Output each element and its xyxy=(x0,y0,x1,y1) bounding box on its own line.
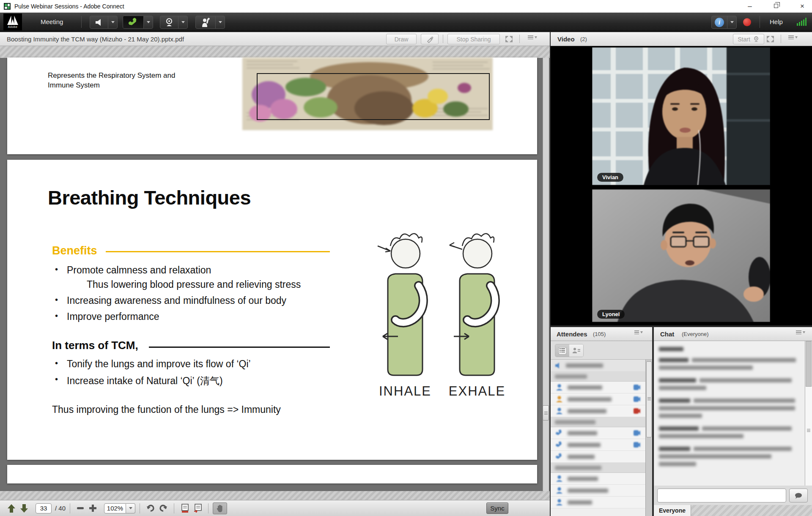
attendee-row[interactable] xyxy=(551,485,645,497)
exhale-figure-drawing xyxy=(445,227,509,379)
draw-button[interactable]: Draw xyxy=(386,34,417,44)
shared-document-title: Boosting Immunity the TCM way (Mizuho - … xyxy=(7,32,184,46)
attendee-row[interactable] xyxy=(551,451,645,463)
raise-hand-icon xyxy=(200,18,211,27)
chat-pod-menu-button[interactable] xyxy=(796,330,805,334)
help-menu[interactable]: Help xyxy=(770,13,783,31)
chevron-down-icon xyxy=(219,21,222,23)
fit-width-button[interactable] xyxy=(191,502,204,514)
benefit-bullet: Improve performance xyxy=(67,311,159,322)
pod-menu-icon xyxy=(796,330,801,334)
speaker-dropdown[interactable] xyxy=(108,16,117,28)
fit-width-icon xyxy=(194,504,202,513)
start-webcam-button[interactable]: Start xyxy=(733,34,764,44)
webcam-icon xyxy=(165,18,174,27)
chat-scrollbar[interactable] xyxy=(805,341,812,486)
share-scrollbar[interactable] xyxy=(543,58,549,491)
header-divider xyxy=(781,35,781,43)
attendee-row[interactable] xyxy=(551,427,645,439)
zoom-out-button[interactable] xyxy=(74,502,86,514)
zoom-in-button[interactable] xyxy=(86,502,99,514)
lyonel-webcam-feed xyxy=(592,189,770,322)
attendee-participant-icon xyxy=(556,475,563,482)
attendee-row[interactable] xyxy=(551,439,645,451)
send-message-button[interactable] xyxy=(789,489,808,502)
pod-menu-icon xyxy=(634,330,639,334)
attendee-participant-icon xyxy=(556,499,563,506)
attendee-group-header[interactable] xyxy=(551,463,645,473)
tcm-bullet: Tonify the lungs and improve its flow of… xyxy=(67,358,251,370)
webcam-button[interactable] xyxy=(160,16,178,28)
inhale-figure-drawing xyxy=(373,227,437,379)
splitter-grip[interactable] xyxy=(543,405,549,420)
phone-button[interactable] xyxy=(123,16,143,28)
fit-page-button[interactable] xyxy=(178,502,191,514)
chat-pod-header: Chat (Everyone) xyxy=(654,327,812,341)
pan-tool-button[interactable] xyxy=(213,502,227,514)
video-fullscreen-button[interactable] xyxy=(766,35,774,44)
speech-bubble-icon xyxy=(794,492,803,499)
info-dropdown[interactable] xyxy=(727,16,736,28)
attendee-row[interactable] xyxy=(551,473,645,485)
zoom-level-dropdown[interactable] xyxy=(126,503,135,513)
benefits-heading: Benefits xyxy=(52,244,97,257)
slide-current: Breathing Techniques Benefits Promote ca… xyxy=(7,160,537,460)
chat-message-input[interactable] xyxy=(657,489,786,502)
rotate-right-button[interactable] xyxy=(157,502,170,514)
tcm-heading: In terms of TCM, xyxy=(52,339,138,352)
detail-view-button[interactable] xyxy=(569,344,583,357)
toolbar-divider xyxy=(140,503,140,513)
blurred-group-label xyxy=(555,374,587,379)
minimize-button[interactable]: – xyxy=(743,0,757,13)
blurred-name xyxy=(568,431,597,435)
hand-icon xyxy=(216,504,224,513)
recording-indicator-icon[interactable] xyxy=(743,18,751,26)
restore-button[interactable] xyxy=(769,0,783,13)
toolbar-divider xyxy=(174,503,174,513)
chevron-down-icon xyxy=(640,331,643,333)
webcam-dropdown[interactable] xyxy=(178,16,187,28)
gold-underline xyxy=(106,251,330,252)
scroll-grip xyxy=(806,424,812,437)
stop-sharing-button[interactable]: Stop Sharing xyxy=(447,34,500,44)
menubar-divider xyxy=(760,16,760,28)
attendee-row[interactable] xyxy=(551,393,645,405)
phone-dropdown[interactable] xyxy=(143,16,153,28)
raise-hand-dropdown[interactable] xyxy=(215,16,225,28)
fullscreen-button[interactable] xyxy=(505,35,513,44)
tab-everyone[interactable]: Everyone xyxy=(654,505,691,516)
adobe-logo[interactable]: Adobe xyxy=(3,14,22,30)
speaker-icon xyxy=(95,19,103,26)
attendees-pod-header: Attendees (105) xyxy=(551,327,652,341)
sync-button[interactable]: Sync xyxy=(486,502,508,514)
video-tile-vivian: Vivian xyxy=(592,47,770,185)
blurred-name xyxy=(568,409,606,413)
info-button[interactable]: i xyxy=(712,16,727,28)
page-up-button[interactable] xyxy=(5,502,18,514)
chat-pod-title: Chat xyxy=(660,327,674,341)
share-pod-menu-button[interactable] xyxy=(528,35,537,39)
attendee-row[interactable] xyxy=(551,382,645,393)
rotate-left-button[interactable] xyxy=(144,502,157,514)
attendees-pod-menu-button[interactable] xyxy=(634,330,643,334)
attendee-row[interactable] xyxy=(551,497,645,508)
page-down-button[interactable] xyxy=(18,502,30,514)
close-button[interactable]: × xyxy=(795,0,809,13)
list-view-button[interactable] xyxy=(555,344,569,357)
chat-scroll-thumb[interactable] xyxy=(806,341,812,387)
attendees-list xyxy=(551,360,645,516)
page-number-input[interactable] xyxy=(36,503,52,513)
attendees-scrollbar[interactable] xyxy=(645,360,652,516)
inhale-label: INHALE xyxy=(373,384,437,399)
speaker-button[interactable] xyxy=(90,16,108,28)
pen-tool-button[interactable] xyxy=(421,34,439,44)
attendee-group-header[interactable] xyxy=(551,371,645,382)
benefit-bullet: Promote calmness and relaxation xyxy=(67,265,211,276)
slide-caption: Represents the Respiratory System and Im… xyxy=(48,71,183,90)
meeting-menu[interactable]: Meeting xyxy=(41,13,63,31)
attendee-row[interactable] xyxy=(551,405,645,417)
attendee-group-header[interactable] xyxy=(551,417,645,427)
video-pod-menu-button[interactable] xyxy=(788,35,798,39)
active-speaker-row[interactable] xyxy=(551,360,645,371)
raise-hand-button[interactable] xyxy=(196,16,215,28)
